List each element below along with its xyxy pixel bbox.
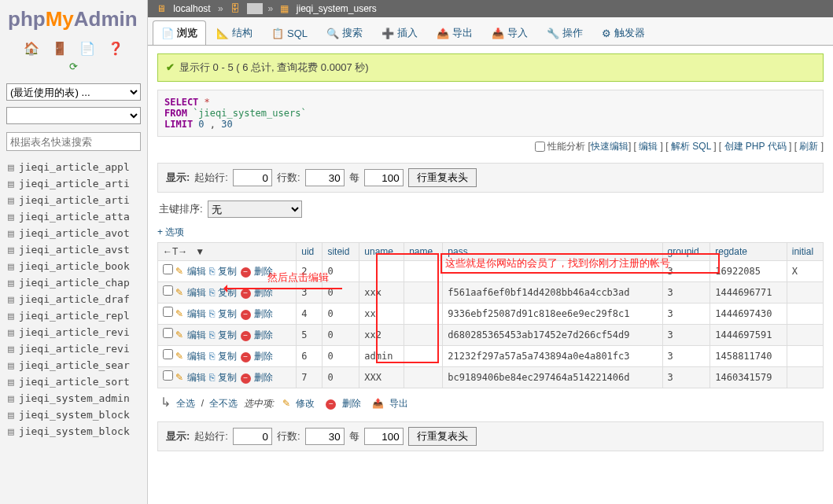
repeat-header-button-bottom[interactable]: 行重复表头	[408, 427, 477, 446]
uname-highlight-box	[376, 253, 439, 363]
tab-icon: 📐	[216, 28, 229, 39]
pk-sort-select[interactable]: 无	[208, 200, 302, 218]
row-checkbox[interactable]	[163, 264, 173, 274]
logo[interactable]: phpMyAdmin	[6, 4, 141, 38]
table-icon: ▦	[280, 3, 289, 14]
row-edit-link[interactable]: 编辑	[187, 287, 206, 298]
profiling-label: 性能分析	[547, 141, 585, 152]
row-delete-link[interactable]: 删除	[254, 351, 273, 362]
quick-edit-link[interactable]: 快速编辑	[591, 141, 628, 152]
logout-icon[interactable]: 🚪	[52, 42, 68, 55]
sidebar-table-item[interactable]: jieqi_system_admin	[6, 390, 141, 407]
tab-触发器[interactable]: ⚙触发器	[593, 20, 654, 45]
sidebar-table-item[interactable]: jieqi_article_atta	[6, 208, 141, 225]
sidebar-table-item[interactable]: jieqi_article_chap	[6, 274, 141, 291]
row-ops-header[interactable]: ←T→ ▼	[158, 243, 297, 261]
row-checkbox[interactable]	[163, 285, 173, 296]
pencil-icon: ✎	[175, 266, 183, 277]
sidebar-table-item[interactable]: jieqi_article_avst	[6, 241, 141, 258]
row-edit-link[interactable]: 编辑	[187, 308, 206, 319]
query-icon[interactable]: 📄	[79, 42, 95, 55]
tab-导出[interactable]: 📤导出	[428, 20, 481, 45]
start-row-input[interactable]	[233, 169, 272, 186]
edit-sql-link[interactable]: 编辑	[639, 141, 658, 152]
bc-server[interactable]: localhost	[173, 3, 210, 14]
home-icon[interactable]: 🏠	[24, 42, 39, 55]
docs-icon[interactable]: ❓	[108, 42, 123, 55]
bulk-export-link[interactable]: 导出	[389, 398, 408, 409]
col-uid[interactable]: uid	[297, 243, 323, 261]
row-copy-link[interactable]: 复制	[218, 266, 237, 277]
row-edit-link[interactable]: 编辑	[187, 351, 206, 362]
sidebar-table-item[interactable]: jieqi_article_revi	[6, 324, 141, 340]
col-regdate[interactable]: regdate	[710, 243, 787, 261]
row-checkbox[interactable]	[163, 370, 173, 381]
sidebar: phpMyAdmin 🏠 🚪 📄 ❓ ⟳ (最近使用的表) ... jieqi_…	[0, 0, 148, 504]
deselect-all-link[interactable]: 全不选	[209, 398, 238, 409]
row-checkbox[interactable]	[163, 307, 173, 317]
row-copy-link[interactable]: 复制	[218, 351, 237, 362]
sidebar-table-item[interactable]: jieqi_article_avot	[6, 225, 141, 241]
row-edit-link[interactable]: 编辑	[187, 372, 206, 383]
explain-sql-link[interactable]: 解析 SQL	[671, 141, 711, 152]
options-toggle[interactable]: + 选项	[157, 226, 184, 237]
start-row-input-bottom[interactable]	[233, 428, 272, 445]
success-message: 显示行 0 - 5 ( 6 总计, 查询花费 0.0007 秒)	[157, 53, 824, 82]
col-siteid[interactable]: siteid	[323, 243, 359, 261]
row-copy-link[interactable]: 复制	[218, 329, 237, 340]
sidebar-table-item[interactable]: jieqi_article_repl	[6, 307, 141, 324]
sidebar-table-item[interactable]: jieqi_system_block	[6, 423, 141, 440]
row-delete-link[interactable]: 删除	[254, 329, 273, 340]
row-checkbox[interactable]	[163, 349, 173, 359]
copy-icon: ⎘	[209, 329, 215, 340]
repeat-header-input[interactable]	[364, 169, 404, 186]
tab-插入[interactable]: ➕插入	[373, 20, 426, 45]
select-all-link[interactable]: 全选	[176, 398, 195, 409]
tab-浏览[interactable]: 📄浏览	[153, 20, 206, 45]
row-copy-link[interactable]: 复制	[218, 372, 237, 383]
table-row: ✎ 编辑 ⎘ 复制 − 删除50xx2d680285365453ab17452e…	[158, 325, 824, 346]
row-edit-link[interactable]: 编辑	[187, 266, 206, 277]
repeat-header-input-bottom[interactable]	[364, 428, 404, 445]
row-delete-link[interactable]: 删除	[254, 372, 273, 383]
repeat-header-button[interactable]: 行重复表头	[408, 168, 477, 187]
bc-table[interactable]: jieqi_system_users	[297, 3, 377, 14]
bulk-edit-link[interactable]: 修改	[296, 398, 315, 409]
sidebar-table-item[interactable]: jieqi_article_appl	[6, 159, 141, 175]
row-checkbox[interactable]	[163, 328, 173, 338]
row-edit-link[interactable]: 编辑	[187, 329, 206, 340]
bulk-delete-link[interactable]: 删除	[342, 398, 361, 409]
table-quick-search[interactable]	[6, 132, 141, 151]
sidebar-table-item[interactable]: jieqi_article_draf	[6, 291, 141, 307]
recent-tables-select[interactable]: (最近使用的表) ...	[6, 83, 141, 101]
create-php-link[interactable]: 创建 PHP 代码	[724, 141, 787, 152]
sidebar-table-item[interactable]: jieqi_article_sear	[6, 357, 141, 373]
row-count-input-bottom[interactable]	[305, 428, 345, 445]
minus-icon: −	[241, 373, 251, 384]
tab-结构[interactable]: 📐结构	[208, 20, 261, 45]
sidebar-table-item[interactable]: jieqi_article_sort	[6, 373, 141, 390]
sidebar-table-item[interactable]: jieqi_article_arti	[6, 192, 141, 208]
click-edit-annotation: 然后点击编辑	[267, 270, 329, 285]
tab-操作[interactable]: 🔧操作	[538, 20, 592, 45]
row-delete-link[interactable]: 删除	[254, 308, 273, 319]
tab-bar: 📄浏览📐结构📋SQL🔍搜索➕插入📤导出📥导入🔧操作⚙触发器	[148, 17, 833, 46]
sidebar-table-item[interactable]: jieqi_article_arti	[6, 175, 141, 192]
row-copy-link[interactable]: 复制	[218, 308, 237, 319]
tab-搜索[interactable]: 🔍搜索	[318, 20, 371, 45]
database-select[interactable]	[6, 107, 141, 124]
col-initial[interactable]: initial	[787, 243, 823, 261]
bc-database[interactable]	[247, 3, 263, 14]
pencil-icon: ✎	[175, 372, 183, 383]
tab-SQL[interactable]: 📋SQL	[263, 20, 316, 45]
sidebar-table-item[interactable]: jieqi_article_book	[6, 258, 141, 274]
refresh-link[interactable]: 刷新	[799, 141, 818, 152]
tab-导入[interactable]: 📥导入	[483, 20, 536, 45]
reload-icon[interactable]: ⟳	[69, 61, 78, 72]
server-icon: 🖥	[157, 3, 166, 14]
row-count-input[interactable]	[305, 169, 345, 186]
sidebar-table-item[interactable]: jieqi_article_revi	[6, 340, 141, 357]
profiling-checkbox[interactable]	[535, 142, 545, 152]
sidebar-table-item[interactable]: jieqi_system_block	[6, 407, 141, 423]
minus-icon: −	[326, 399, 336, 410]
